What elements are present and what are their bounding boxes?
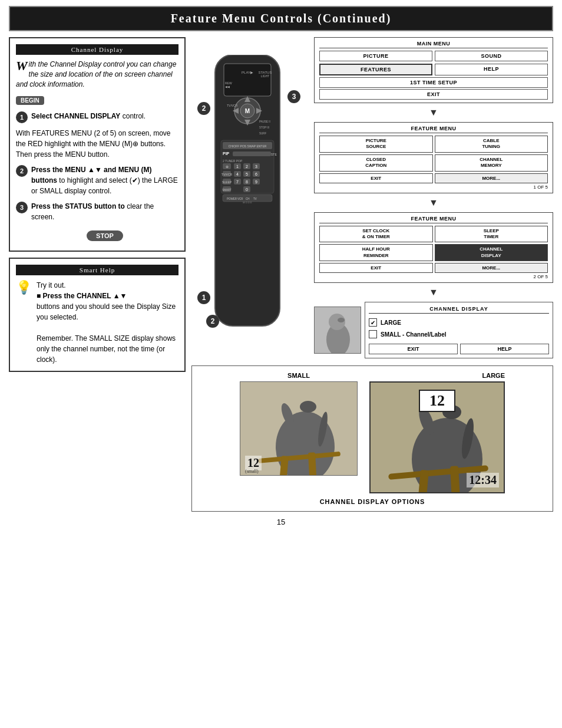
- step-3-num: 3: [16, 202, 28, 213]
- smart-help-content: 💡 Try it out. ■ Press the CHANNEL ▲▼ but…: [16, 280, 178, 365]
- smart-help-title: Smart Help: [16, 265, 178, 275]
- step-circle-3: 3: [287, 90, 300, 103]
- step-2-text: Press the MENU ▲▼ and MENU (M) buttons t…: [31, 164, 178, 196]
- svg-text:8: 8: [246, 180, 248, 184]
- fm2-grid: SET CLOCK& ON TIMER SLEEPTIMER HALF HOUR…: [319, 226, 548, 262]
- mm-row3: 1ST TIME SETUP EXIT: [319, 77, 548, 100]
- fm2-half-hour: HALF HOURREMINDER: [319, 244, 433, 261]
- channel-display-box: Channel Display W ith the Channel Displa…: [9, 37, 186, 252]
- fm1-cable-tuning: CABLETUNING: [435, 136, 548, 153]
- step-2: 2 Press the MENU ▲▼ and MENU (M) buttons…: [16, 164, 178, 196]
- step-1: 1 Select CHANNEL DISPLAY control.: [16, 111, 178, 123]
- fm1-closed-caption: CLOSEDCAPTION: [319, 154, 433, 172]
- fm2-set-clock: SET CLOCK& ON TIMER: [319, 226, 433, 243]
- main-menu-box: MAIN MENU PICTURE SOUND FEATURES HELP 1S…: [314, 37, 553, 103]
- fm2-channel-display: CHANNELDISPLAY: [435, 244, 548, 261]
- svg-text:STOP III: STOP III: [259, 126, 269, 129]
- remember-text: Remember. The SMALL SIZE display shows o…: [37, 333, 178, 365]
- svg-text:TV/VCR: TV/VCR: [227, 104, 238, 107]
- fm1-title: FEATURE MENU: [319, 126, 548, 133]
- fm2-more: MORE...: [435, 263, 548, 273]
- svg-text:2: 2: [246, 164, 248, 169]
- step-3-text: Press the STATUS button to clear the scr…: [31, 201, 178, 222]
- svg-rect-80: [450, 466, 460, 493]
- fm2-exit-row: EXIT MORE...: [319, 263, 548, 273]
- top-right-section: 2 3 1 2 PLAY▶ STATUS LIGHT REW: [191, 37, 553, 358]
- svg-text:PLAY▶: PLAY▶: [242, 71, 253, 74]
- svg-text:M O D E: M O D E: [243, 201, 252, 204]
- svg-text:SLEEP: SLEEP: [222, 180, 232, 184]
- cd-menu-title: CHANNEL DISPLAY: [369, 306, 549, 314]
- try-text: Try it out.: [37, 280, 178, 291]
- checkbox-large: ✔: [369, 318, 377, 327]
- main-menu-grid: PICTURE SOUND FEATURES HELP: [319, 51, 548, 75]
- svg-rect-1: [224, 64, 271, 96]
- fm1-more: MORE...: [435, 173, 548, 183]
- svg-text:SURF: SURF: [259, 132, 267, 135]
- option-large: ✔ LARGE: [369, 317, 549, 328]
- large-label: LARGE: [369, 372, 505, 379]
- svg-text:5: 5: [246, 172, 248, 176]
- parrot-preview-small: [314, 307, 361, 354]
- step-2-num: 2: [16, 165, 28, 177]
- arrow-2: ▼: [314, 197, 553, 209]
- large-channel-time: 12:34: [467, 473, 499, 487]
- step-1b-text: With FEATURES MENU (2 of 5) on screen, m…: [16, 128, 178, 160]
- channel-display-menu: CHANNEL DISPLAY ✔ LARGE SMALL - Channel/…: [365, 302, 553, 358]
- bulb-icon: 💡: [16, 280, 32, 295]
- svg-text:TV: TV: [253, 197, 257, 200]
- svg-text:CH/OFF  POS  SWAP  ENTER: CH/OFF POS SWAP ENTER: [229, 144, 267, 148]
- step-circle-2a: 2: [197, 102, 210, 115]
- smart-help-box: Smart Help 💡 Try it out. ■ Press the CHA…: [9, 258, 186, 372]
- fm2-page: 2 OF 5: [319, 274, 548, 279]
- display-caption: CHANNEL DISPLAY OPTIONS: [198, 498, 547, 505]
- stop-button: STOP: [87, 230, 123, 241]
- label-small: SMALL - Channel/Label: [381, 331, 447, 338]
- svg-text:PIP: PIP: [223, 151, 230, 156]
- svg-text:2 TUNER POP: 2 TUNER POP: [223, 159, 243, 163]
- fm2-sleep-timer: SLEEPTIMER: [435, 226, 548, 243]
- fm1-grid: PICTURESOURCE CABLETUNING CLOSEDCAPTION …: [319, 136, 548, 172]
- display-options-wrapper: SMALL: [198, 372, 547, 493]
- checkbox-small: [369, 330, 377, 338]
- mm-features: FEATURES: [319, 64, 432, 75]
- svg-text:STE: STE: [271, 153, 277, 156]
- cd-help: HELP: [460, 344, 549, 354]
- svg-text:TV/VCR: TV/VCR: [222, 173, 233, 176]
- cd-exit: EXIT: [369, 344, 458, 354]
- svg-point-62: [338, 318, 345, 322]
- fm1-picture-source: PICTURESOURCE: [319, 136, 433, 153]
- cd-menu-footer: EXIT HELP: [369, 344, 549, 354]
- step-1-text: Select CHANNEL DISPLAY control.: [31, 111, 146, 121]
- small-display-wrapper: SMALL: [240, 372, 358, 476]
- svg-text:1: 1: [236, 164, 239, 169]
- cd-section: CHANNEL DISPLAY ✔ LARGE SMALL - Channel/…: [314, 302, 553, 358]
- intro-text: W ith the Channel Display control you ca…: [16, 60, 178, 89]
- left-column: Channel Display W ith the Channel Displa…: [9, 37, 186, 512]
- svg-text:POWER: POWER: [227, 197, 237, 200]
- svg-text:⊕: ⊕: [226, 165, 229, 169]
- svg-text:◀◀: ◀◀: [225, 85, 230, 88]
- svg-text:3: 3: [255, 164, 257, 169]
- label-large: LARGE: [381, 319, 401, 326]
- should-see-text: buttons and you should see the Display S…: [37, 301, 178, 322]
- large-screen: 12 12:34: [369, 381, 505, 493]
- remote-svg: PLAY▶ STATUS LIGHT REW ◀◀ M: [203, 55, 292, 338]
- svg-text:LIGHT: LIGHT: [261, 74, 270, 78]
- svg-text:M: M: [245, 108, 250, 114]
- large-channel-num: 12: [419, 390, 455, 412]
- mm-help: HELP: [435, 64, 548, 75]
- svg-text:PAUSE II: PAUSE II: [259, 120, 270, 123]
- svg-text:9: 9: [255, 180, 257, 184]
- w-cap: W: [16, 60, 28, 73]
- fm1-page: 1 OF 5: [319, 185, 548, 190]
- svg-rect-71: [308, 452, 316, 476]
- feature-menu-1: FEATURE MENU PICTURESOURCE CABLETUNING C…: [314, 122, 553, 193]
- small-label: SMALL: [240, 372, 358, 379]
- fm1-exit: EXIT: [319, 173, 433, 183]
- step-1-num: 1: [16, 111, 28, 123]
- fm2-exit: EXIT: [319, 263, 433, 273]
- remote-area: 2 3 1 2 PLAY▶ STATUS LIGHT REW: [191, 37, 309, 340]
- fm1-exit-row: EXIT MORE...: [319, 173, 548, 183]
- option-small: SMALL - Channel/Label: [369, 328, 549, 340]
